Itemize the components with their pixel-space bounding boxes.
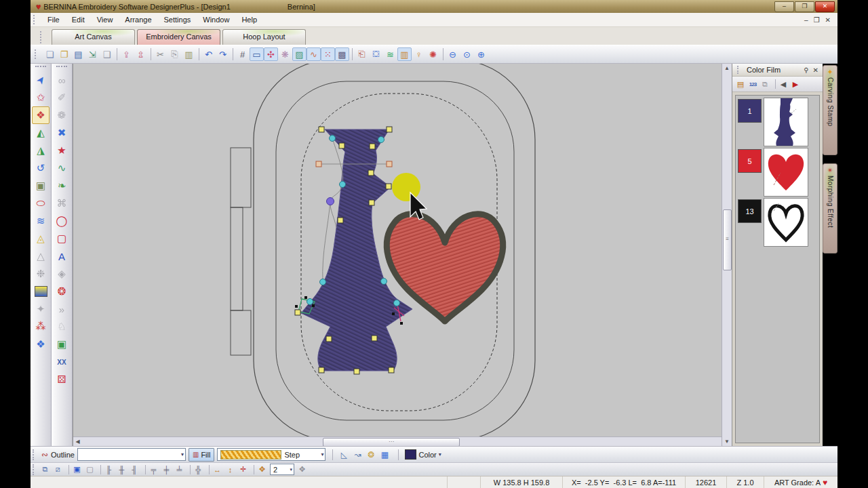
- squiggle-icon[interactable]: ∿: [53, 159, 71, 177]
- freehand-icon[interactable]: ❧: [53, 177, 71, 195]
- triangle-gray-icon[interactable]: △: [32, 247, 50, 265]
- align-left-icon[interactable]: ╟: [102, 464, 115, 475]
- menu-item[interactable]: Help: [235, 14, 263, 25]
- stamp-icon[interactable]: ❁: [53, 106, 71, 124]
- grid-icon[interactable]: #: [235, 47, 250, 61]
- write-to-card-icon[interactable]: ⇫: [134, 47, 148, 61]
- pinwheel-icon[interactable]: ✺: [426, 47, 440, 61]
- needle-points-icon[interactable]: ⁙: [321, 47, 335, 61]
- triangle-fill-icon[interactable]: ◬: [32, 230, 50, 247]
- unlock-icon[interactable]: ▢: [83, 464, 96, 475]
- align-bottom-icon[interactable]: ╧: [173, 464, 186, 475]
- center-design-icon[interactable]: ╬: [192, 464, 205, 475]
- ellipse-outline-icon[interactable]: ⬭: [32, 195, 50, 212]
- pattern-fill-icon[interactable]: ▦: [378, 449, 391, 461]
- dice-icon[interactable]: ⚄: [53, 371, 71, 388]
- ungroup-icon[interactable]: ⧄: [52, 464, 64, 475]
- redo-icon[interactable]: ↷: [216, 47, 230, 61]
- mirror-y-icon[interactable]: ◮: [32, 142, 50, 159]
- color-film-item-3[interactable]: 13: [738, 198, 817, 247]
- reshape-tool-icon[interactable]: ❖: [32, 106, 50, 124]
- rotate-icon[interactable]: ↺: [32, 159, 50, 177]
- space-vertical-icon[interactable]: ↕: [224, 464, 237, 475]
- gradient-fill-icon[interactable]: [32, 283, 50, 300]
- horizontal-scroll-thumb[interactable]: ⋯: [323, 438, 460, 446]
- show-stitches-icon[interactable]: ✣: [264, 47, 278, 61]
- circle-tool-icon[interactable]: ◯: [53, 212, 71, 230]
- color-film-item-1[interactable]: 1: [738, 98, 817, 146]
- rectangle-tool-icon[interactable]: ▢: [53, 230, 71, 247]
- tab-embroidery-canvas[interactable]: Embroidery Canvas: [137, 29, 220, 45]
- send-to-machine-icon[interactable]: ⇪: [119, 47, 134, 61]
- mirror-x-icon[interactable]: ◭: [32, 124, 50, 142]
- outline-type-select[interactable]: ▾: [77, 448, 186, 461]
- star-red-icon[interactable]: ★: [53, 142, 71, 159]
- design-properties-icon[interactable]: ♀: [412, 47, 426, 61]
- stitch-player-icon[interactable]: ∿: [307, 47, 321, 61]
- rabbit-icon[interactable]: ♘: [53, 318, 71, 336]
- monogram-icon[interactable]: XX: [53, 353, 71, 371]
- connectors-icon[interactable]: ▩: [335, 47, 349, 61]
- refresh-icon[interactable]: ≋: [383, 47, 397, 61]
- color-sequence-icon[interactable]: 123: [747, 79, 759, 90]
- vertical-scroll-thumb[interactable]: ≡: [723, 209, 732, 270]
- close-button[interactable]: ✕: [815, 1, 835, 12]
- save-icon[interactable]: ▤: [71, 47, 85, 61]
- minimize-button[interactable]: –: [774, 1, 794, 12]
- vertical-scrollbar[interactable]: ▲ ≡ ▼: [722, 64, 732, 446]
- align-top-icon[interactable]: ╤: [147, 464, 160, 475]
- lettering-icon[interactable]: A: [53, 247, 71, 265]
- menu-item[interactable]: File: [41, 14, 66, 25]
- nudge-distance-select[interactable]: 2 ▾: [270, 464, 294, 475]
- layers-icon[interactable]: ≋: [32, 212, 50, 230]
- corner-handle[interactable]: [327, 198, 334, 205]
- align-center-icon[interactable]: ╫: [115, 464, 128, 475]
- restore-button[interactable]: ❐: [795, 1, 814, 12]
- export-icon[interactable]: ⇲: [85, 47, 100, 61]
- tab-carving-stamp[interactable]: ✦ Carving Stamp: [823, 65, 837, 155]
- scroll-up-arrow[interactable]: ▲: [722, 65, 732, 71]
- fancy-fill-icon[interactable]: ❂: [364, 449, 378, 461]
- copy-icon[interactable]: ⎘: [167, 47, 182, 61]
- zoom-in-icon[interactable]: ⊕: [474, 47, 488, 61]
- cluster-icon[interactable]: ❉: [32, 265, 50, 283]
- fill-button[interactable]: ▥ Fill: [189, 448, 215, 462]
- zoom-out-icon[interactable]: ⊖: [446, 47, 460, 61]
- design-canvas[interactable]: ◀ ⋯: [73, 64, 722, 446]
- new-icon[interactable]: ❏: [43, 47, 57, 61]
- hoop-icon[interactable]: ▭: [250, 47, 264, 61]
- diamond-icon[interactable]: ◈: [53, 265, 71, 283]
- arrows-icon[interactable]: »: [53, 300, 71, 318]
- move-icon[interactable]: ✥: [296, 464, 309, 475]
- open-object-icon[interactable]: ◺: [337, 449, 351, 461]
- resize-icon[interactable]: ✛: [237, 464, 250, 475]
- space-horizontal-icon[interactable]: ↔: [211, 464, 224, 475]
- magnifier-gray-icon[interactable]: ∞: [53, 71, 71, 89]
- overview-window-icon[interactable]: ⛋: [369, 47, 383, 61]
- nudge-icon[interactable]: ✥: [256, 464, 269, 475]
- closed-object-icon[interactable]: ↝: [351, 449, 364, 461]
- knot-icon[interactable]: ⌘: [53, 195, 71, 212]
- doc-close-button[interactable]: ✕: [825, 16, 831, 24]
- apple-icon[interactable]: ❂: [53, 283, 71, 300]
- copy-design-icon[interactable]: ⎗: [355, 47, 369, 61]
- fan-icon[interactable]: ❖: [32, 336, 50, 353]
- back-icon[interactable]: ◀: [777, 79, 789, 90]
- align-middle-icon[interactable]: ╪: [160, 464, 173, 475]
- doc-minimize-button[interactable]: –: [804, 16, 808, 24]
- scroll-down-arrow[interactable]: ▼: [722, 439, 732, 445]
- background-icon[interactable]: ▣: [32, 177, 50, 195]
- panel-close-icon[interactable]: ✕: [811, 66, 821, 74]
- thread-colors-icon[interactable]: ▤: [734, 79, 747, 90]
- scroll-left-arrow[interactable]: ◀: [73, 439, 82, 445]
- doc-restore-button[interactable]: ❐: [814, 16, 820, 24]
- pin-icon[interactable]: ⚲: [802, 66, 810, 74]
- open-icon[interactable]: ❐: [57, 47, 71, 61]
- play-icon[interactable]: ▶: [789, 79, 802, 90]
- color-film-item-2[interactable]: 5: [738, 148, 817, 197]
- canvas-svg[interactable]: [73, 64, 722, 441]
- properties-icon[interactable]: ❑: [100, 47, 114, 61]
- star-gray-icon[interactable]: ✦: [32, 300, 50, 318]
- tab-art-canvas[interactable]: Art Canvas: [52, 29, 135, 45]
- cut-icon[interactable]: ✂: [153, 47, 167, 61]
